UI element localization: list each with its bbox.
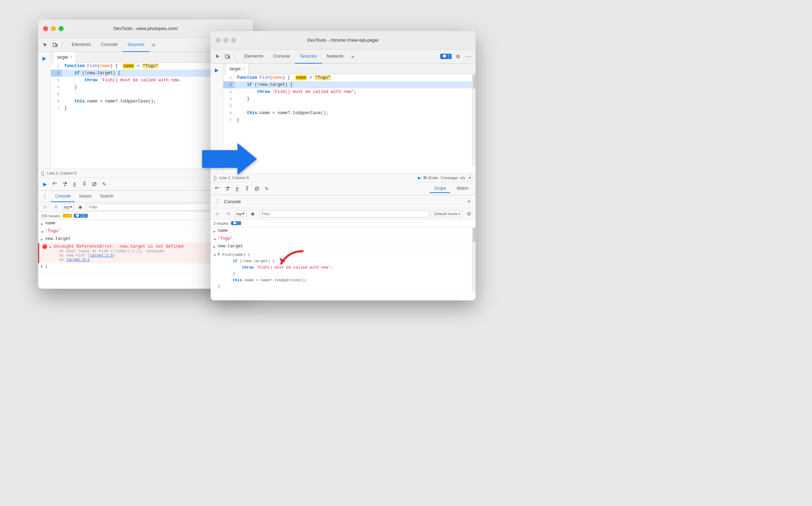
console-tab-search-1[interactable]: Search bbox=[96, 191, 118, 202]
no-entry-icon-1[interactable]: ⊘ bbox=[52, 203, 60, 211]
gear-icon-2[interactable]: ⚙ bbox=[454, 52, 462, 61]
file-tab-target-2[interactable]: target × bbox=[226, 64, 249, 74]
tab-console-1[interactable]: Console bbox=[96, 38, 123, 52]
console-tab-issues-1[interactable]: Issues bbox=[75, 191, 96, 202]
issues-count-bar-2: 2 Issues: 💬 2 bbox=[211, 219, 476, 227]
svg-rect-5 bbox=[229, 56, 230, 58]
minimize-button-2[interactable] bbox=[223, 38, 228, 43]
file-tab-close-1[interactable]: × bbox=[70, 55, 72, 59]
debug-step-into-1[interactable] bbox=[71, 180, 78, 188]
more-tabs-icon-2[interactable]: » bbox=[348, 52, 357, 61]
debug-deactivate-2[interactable] bbox=[253, 185, 261, 193]
cursor-icon[interactable] bbox=[41, 41, 49, 49]
maximize-button-1[interactable] bbox=[59, 26, 64, 31]
toolbar-tabs-2: Elements Console Sources Network » bbox=[239, 49, 357, 63]
editor-main-2: target × 1 function Fish(name) { name = … bbox=[223, 64, 476, 173]
file-tab-bar-2: target × bbox=[223, 64, 476, 74]
sidebar-icons-1: ▶ bbox=[38, 52, 51, 169]
more-tabs-icon-1[interactable]: » bbox=[149, 41, 158, 49]
debug-edit-1[interactable]: ✎ bbox=[100, 180, 108, 188]
toolbar-sep-1 bbox=[62, 41, 63, 48]
tab-elements-1[interactable]: Elements bbox=[67, 38, 96, 52]
code-line-2-3: 3 throw 'Fish() must be called with new'… bbox=[223, 88, 476, 95]
svg-rect-1 bbox=[56, 44, 57, 47]
code-line-2-6: 6 this.name = name?.toUpperCase(); bbox=[223, 110, 476, 117]
device-icon-2[interactable] bbox=[223, 52, 232, 61]
status-run-2: ▶ ⌘+Enter Coverage: n/a ▾ bbox=[418, 175, 473, 181]
maximize-button-2[interactable] bbox=[231, 38, 236, 43]
console-play-icon-2[interactable]: ▷ bbox=[213, 210, 222, 218]
log-entry-name-2: ▶ name bbox=[211, 227, 476, 235]
debug-step-over-2[interactable] bbox=[223, 185, 231, 193]
eye-icon-2[interactable]: ◉ bbox=[248, 210, 257, 218]
file-tab-close-2[interactable]: × bbox=[243, 67, 245, 71]
console-scrollbar-thumb-2[interactable] bbox=[473, 228, 476, 242]
toolbar-tabs-1: Elements Console Sources » bbox=[67, 38, 158, 52]
log-entry-newtarget-2: ▶ new.target bbox=[211, 243, 476, 251]
toolbar-sep-2 bbox=[235, 53, 235, 60]
more-icon-2[interactable]: ⋮ bbox=[464, 53, 473, 60]
scrollbar-thumb-2[interactable] bbox=[473, 75, 476, 89]
toolbar-right-2: 💬 2 ⚙ ⋮ bbox=[440, 52, 473, 61]
devtools-toolbar-2: Elements Console Sources Network » 💬 2 ⚙… bbox=[211, 49, 476, 64]
console-header-2: ⋮ Console × bbox=[211, 195, 476, 208]
tab-network-2[interactable]: Network bbox=[322, 49, 349, 64]
cursor-position-1: Line 2, Column 5 bbox=[47, 171, 76, 175]
code-line-2-1: 1 function Fish(name) { name = "fugu" bbox=[223, 74, 476, 81]
file-tab-target-1[interactable]: target × bbox=[54, 52, 76, 63]
info-badge-2: 💬 2 bbox=[231, 221, 241, 225]
console-play-icon-1[interactable]: ▷ bbox=[41, 203, 49, 211]
issues-badge-2: 💬 2 bbox=[440, 54, 452, 59]
debug-step-over-1[interactable] bbox=[61, 180, 69, 188]
tab-console-2[interactable]: Console bbox=[268, 49, 295, 64]
tab-elements-2[interactable]: Elements bbox=[239, 49, 268, 64]
dots-icon-1[interactable]: ⋮ bbox=[41, 193, 49, 200]
close-button-1[interactable] bbox=[43, 26, 48, 31]
console-close-btn-2[interactable]: × bbox=[465, 198, 473, 206]
console-label-2: Console bbox=[224, 199, 241, 204]
console-tab-console-1[interactable]: Console bbox=[51, 191, 75, 202]
console-filter-bar-2: ▷ ⊘ top ▾ ◉ Default levels ▾ ⚙ bbox=[211, 208, 476, 219]
filter-input-2[interactable] bbox=[259, 210, 430, 217]
debug-deactivate-1[interactable] bbox=[90, 180, 98, 188]
code-line-2-5: 5 bbox=[223, 102, 476, 110]
code-line-2-4: 4 } bbox=[223, 95, 476, 102]
debug-edit-2[interactable]: ✎ bbox=[263, 185, 271, 193]
console-scrollbar-2[interactable] bbox=[472, 227, 476, 291]
default-levels-btn-2[interactable]: Default levels ▾ bbox=[432, 211, 463, 217]
resume-icon-2[interactable]: ▶ bbox=[213, 66, 221, 74]
close-button-2[interactable] bbox=[216, 38, 220, 43]
dots-icon-2[interactable]: ⋮ bbox=[213, 198, 221, 206]
svg-rect-4 bbox=[225, 55, 228, 58]
warn-badge-1: ⚠ 4 bbox=[63, 214, 72, 218]
debug-play-1[interactable]: ▶ bbox=[41, 180, 49, 188]
resume-icon[interactable]: ▶ bbox=[40, 54, 49, 63]
code-area-2: 1 function Fish(name) { name = "fugu" 2 … bbox=[223, 74, 476, 166]
debug-step-back-2[interactable] bbox=[213, 185, 221, 193]
watch-tab-2[interactable]: Watch bbox=[452, 184, 473, 193]
tab-sources-1[interactable]: Sources bbox=[123, 38, 149, 52]
code-line-2-2: 2 if (!new.target) { bbox=[223, 81, 476, 88]
filter-dropdown-2[interactable]: ▾ bbox=[467, 175, 473, 181]
log-entry-fugu-2: ◀ 'fugu' bbox=[211, 235, 476, 243]
console-log-area-2: ▶ name ◀ 'fugu' ▶ new.target ◀ f Fish(na… bbox=[211, 227, 476, 291]
debug-step-out-2[interactable] bbox=[243, 185, 251, 193]
tab-sources-2[interactable]: Sources bbox=[295, 49, 322, 64]
coverage-text-2: Coverage: n/a bbox=[441, 176, 465, 180]
eye-icon-1[interactable]: ◉ bbox=[76, 203, 84, 211]
editor-scrollbar-2[interactable] bbox=[472, 74, 476, 166]
scope-tab-2[interactable]: Scope bbox=[430, 184, 450, 193]
debug-step-into-2[interactable] bbox=[233, 185, 241, 193]
minimize-button-1[interactable] bbox=[51, 26, 56, 31]
debug-toolbar-2: ✎ Scope Watch bbox=[211, 182, 476, 195]
window-title-1: DevTools - www.photopea.com/ bbox=[113, 26, 178, 31]
debug-step-back-1[interactable] bbox=[51, 180, 59, 188]
no-entry-icon-2[interactable]: ⊘ bbox=[224, 210, 233, 218]
debug-step-out-1[interactable] bbox=[81, 180, 88, 188]
settings-icon-2[interactable]: ⚙ bbox=[465, 210, 473, 218]
cursor-icon-2[interactable] bbox=[213, 52, 222, 61]
log-entry-fish-fn-2: ◀ f Fish(name) { if (!new.target) { thro… bbox=[211, 251, 476, 291]
top-dropdown-2[interactable]: top ▾ bbox=[235, 210, 246, 217]
top-dropdown-1[interactable]: top ▾ bbox=[62, 204, 74, 210]
device-icon[interactable] bbox=[51, 41, 59, 49]
